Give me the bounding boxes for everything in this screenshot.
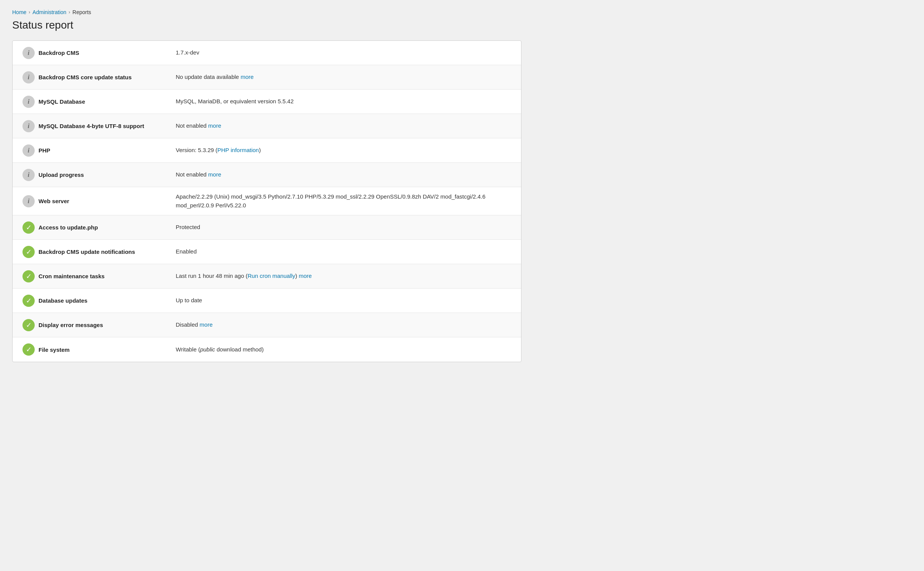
row-value: Version: 5.3.29 (PHP information)	[176, 146, 515, 155]
row-label: Access to update.php	[38, 224, 176, 231]
breadcrumb-sep-2: ›	[69, 10, 70, 15]
breadcrumb-sep-1: ›	[29, 10, 30, 15]
php-info-link[interactable]: PHP information	[217, 147, 259, 153]
row-value: 1.7.x-dev	[176, 48, 515, 57]
row-label: Database updates	[38, 297, 176, 304]
info-icon: i	[22, 144, 35, 157]
breadcrumb: Home › Administration › Reports	[12, 9, 521, 15]
row-value: Enabled	[176, 247, 515, 256]
status-report-table: iBackdrop CMS1.7.x-deviBackdrop CMS core…	[12, 40, 521, 362]
row-label: Web server	[38, 198, 176, 204]
info-icon: i	[22, 96, 35, 108]
check-icon: ✓	[22, 270, 35, 282]
row-value: Protected	[176, 223, 515, 232]
info-icon: i	[22, 71, 35, 83]
table-row: iPHPVersion: 5.3.29 (PHP information)	[13, 138, 521, 163]
table-row: ✓Cron maintenance tasksLast run 1 hour 4…	[13, 264, 521, 289]
row-link[interactable]: more	[208, 171, 221, 178]
row-link[interactable]: more	[241, 74, 253, 80]
breadcrumb-home[interactable]: Home	[12, 9, 26, 15]
table-row: iMySQL DatabaseMySQL, MariaDB, or equiva…	[13, 90, 521, 114]
table-row: ✓Backdrop CMS update notificationsEnable…	[13, 240, 521, 264]
info-icon: i	[22, 47, 35, 59]
row-value: Writable (public download method)	[176, 345, 515, 354]
row-label: Backdrop CMS core update status	[38, 74, 176, 80]
check-icon: ✓	[22, 319, 35, 331]
row-label: MySQL Database	[38, 98, 176, 105]
table-row: ✓File systemWritable (public download me…	[13, 337, 521, 362]
info-icon: i	[22, 169, 35, 181]
row-value: Disabled more	[176, 321, 515, 329]
row-label: Cron maintenance tasks	[38, 273, 176, 279]
info-icon: i	[22, 195, 35, 207]
row-value: MySQL, MariaDB, or equivalent version 5.…	[176, 97, 515, 106]
table-row: ✓Display error messagesDisabled more	[13, 313, 521, 337]
row-link[interactable]: more	[200, 321, 213, 328]
run-cron-link[interactable]: Run cron manually	[247, 273, 295, 279]
table-row: iBackdrop CMS core update statusNo updat…	[13, 65, 521, 90]
table-row: ✓Access to update.phpProtected	[13, 215, 521, 240]
row-label: Display error messages	[38, 322, 176, 328]
check-icon: ✓	[22, 246, 35, 258]
row-label: Backdrop CMS update notifications	[38, 249, 176, 255]
table-row: iWeb serverApache/2.2.29 (Unix) mod_wsgi…	[13, 187, 521, 215]
row-value: Not enabled more	[176, 122, 515, 130]
table-row: iMySQL Database 4-byte UTF-8 supportNot …	[13, 114, 521, 138]
row-label: Backdrop CMS	[38, 50, 176, 56]
table-row: ✓Database updatesUp to date	[13, 289, 521, 313]
row-value: Last run 1 hour 48 min ago (Run cron man…	[176, 272, 515, 281]
row-link[interactable]: more	[208, 122, 221, 129]
check-icon: ✓	[22, 343, 35, 356]
row-label: MySQL Database 4-byte UTF-8 support	[38, 123, 176, 129]
cron-more-link[interactable]: more	[299, 273, 312, 279]
breadcrumb-admin[interactable]: Administration	[32, 9, 66, 15]
table-row: iBackdrop CMS1.7.x-dev	[13, 41, 521, 65]
row-value: No update data available more	[176, 73, 515, 82]
row-value: Not enabled more	[176, 170, 515, 179]
row-label: File system	[38, 346, 176, 353]
row-value: Up to date	[176, 296, 515, 305]
row-label: Upload progress	[38, 172, 176, 178]
info-icon: i	[22, 120, 35, 132]
row-value: Apache/2.2.29 (Unix) mod_wsgi/3.5 Python…	[176, 192, 515, 210]
check-icon: ✓	[22, 221, 35, 234]
check-icon: ✓	[22, 295, 35, 307]
row-label: PHP	[38, 147, 176, 154]
breadcrumb-reports: Reports	[72, 9, 91, 15]
table-row: iUpload progressNot enabled more	[13, 163, 521, 187]
page-title: Status report	[12, 19, 521, 31]
